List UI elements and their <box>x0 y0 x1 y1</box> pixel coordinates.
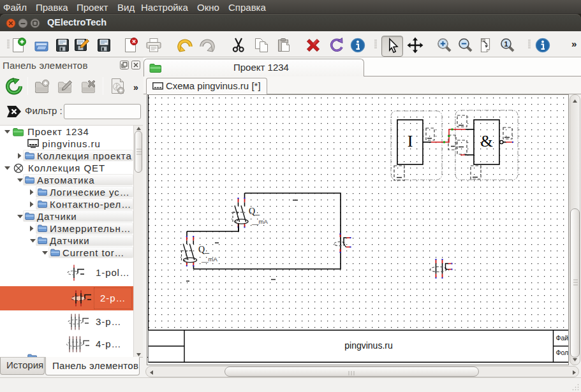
svg-text:Q_: Q_ <box>198 245 210 254</box>
svg-text:pingvinus.ru: pingvinus.ru <box>344 340 393 351</box>
svg-text:__mA: __mA <box>251 218 268 225</box>
svg-text:Q_: Q_ <box>249 207 260 216</box>
svg-text:I: I <box>408 132 413 150</box>
svg-text:Файл: Файл <box>556 334 569 342</box>
svg-text:1: 1 <box>504 40 508 48</box>
svg-text:&: & <box>480 133 492 150</box>
svg-text:__mA: __mA <box>201 256 217 263</box>
svg-text:Фолио: Фолио <box>556 349 569 356</box>
